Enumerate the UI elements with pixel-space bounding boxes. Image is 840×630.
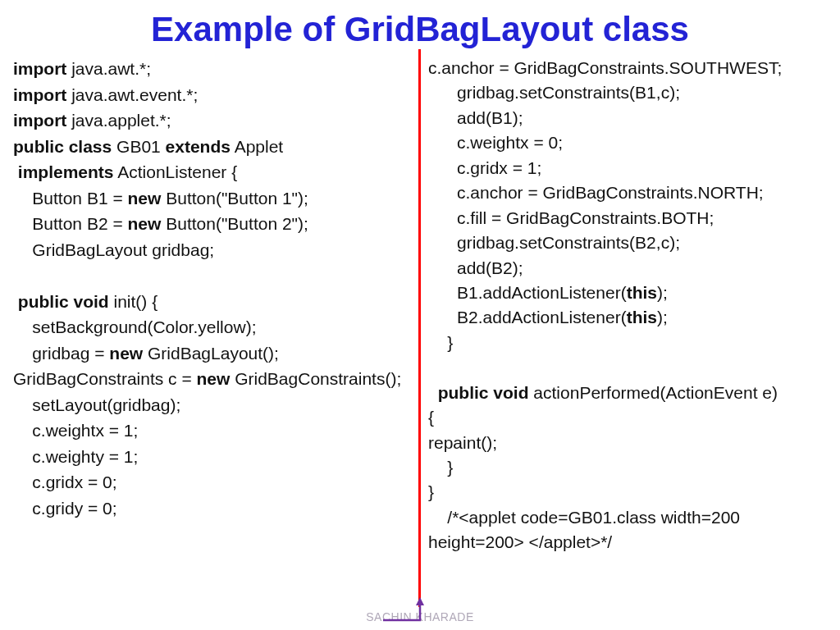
code-line: import java.applet.*; [13, 107, 413, 134]
code-line: c.gridx = 0; [13, 469, 413, 495]
slide-title: Example of GridBagLayout class [0, 0, 840, 56]
code-line: c.gridy = 0; [13, 495, 413, 522]
code-line: Button B1 = new Button("Button 1"); [13, 185, 413, 212]
code-line: c.anchor = GridBagConstraints.SOUTHWEST; [428, 56, 832, 80]
code-line: gridbag.setConstraints(B2,c); [428, 231, 832, 255]
code-line: GridBagLayout gridbag; [13, 237, 413, 263]
code-line [13, 262, 413, 289]
code-line: Button B2 = new Button("Button 2"); [13, 211, 413, 237]
code-line: setBackground(Color.yellow); [13, 314, 413, 340]
code-line: repaint(); [428, 431, 832, 455]
code-line: public void actionPerformed(ActionEvent … [428, 381, 832, 405]
code-line: height=200> </applet>*/ [428, 530, 832, 555]
code-line: c.weightx = 1; [13, 418, 413, 444]
code-line: } [428, 331, 832, 355]
code-line: B2.addActionListener(this); [428, 305, 832, 330]
code-line: add(B2); [428, 256, 832, 281]
left-column: import java.awt.*; import java.awt.event… [0, 56, 418, 597]
code-line: c.weighty = 1; [13, 444, 413, 470]
code-line: c.fill = GridBagConstraints.BOTH; [428, 206, 832, 231]
code-line: gridbag.setConstraints(B1,c); [428, 80, 832, 105]
code-line: /*<applet code=GB01.class width=200 [428, 505, 832, 530]
code-line: gridbag = new GridBagLayout(); [13, 340, 413, 367]
code-line: } [428, 480, 832, 504]
code-line: c.weightx = 0; [428, 130, 832, 155]
code-line: GridBagConstraints c = new GridBagConstr… [13, 366, 413, 392]
code-line: import java.awt.event.*; [13, 82, 413, 108]
code-line: setLayout(gridbag); [13, 392, 413, 418]
code-line: B1.addActionListener(this); [428, 281, 832, 305]
code-line: c.anchor = GridBagConstraints.NORTH; [428, 180, 832, 205]
code-line: } [428, 455, 832, 480]
code-line: import java.awt.*; [13, 56, 413, 82]
code-line: { [428, 405, 832, 430]
code-line: public class GB01 extends Applet [13, 134, 413, 160]
code-line: implements ActionListener { [13, 159, 413, 185]
code-line: public void init() { [13, 289, 413, 315]
code-line [428, 355, 832, 380]
code-line: add(B1); [428, 106, 832, 130]
right-column: c.anchor = GridBagConstraints.SOUTHWEST;… [418, 56, 840, 597]
code-line: c.gridx = 1; [428, 156, 832, 180]
u-arrow-icon [379, 596, 428, 625]
vertical-divider [418, 49, 421, 607]
